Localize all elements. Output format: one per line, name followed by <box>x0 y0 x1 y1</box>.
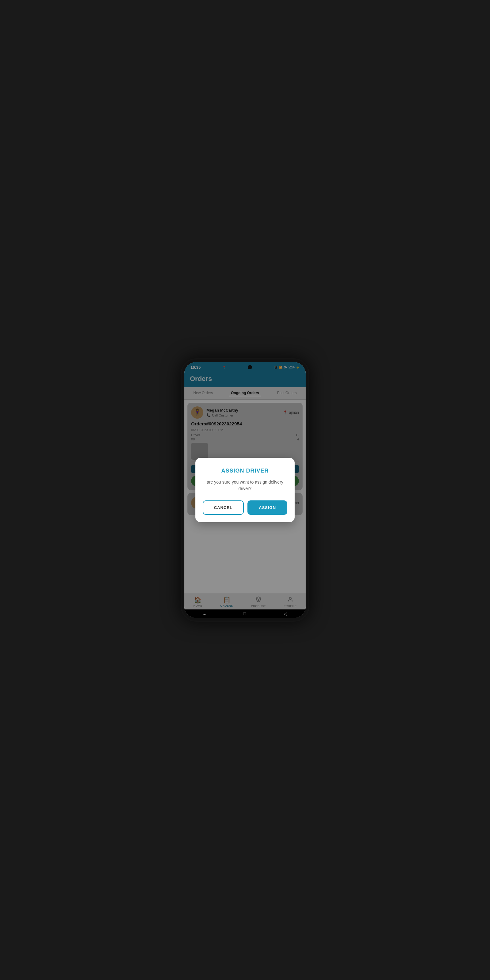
modal-cancel-button[interactable]: CANCEL <box>203 500 244 515</box>
modal-overlay[interactable]: ASSIGN DRIVER are you sure you want to a… <box>185 362 305 618</box>
assign-driver-dialog: ASSIGN DRIVER are you sure you want to a… <box>196 458 295 522</box>
modal-buttons: CANCEL ASSIGN <box>203 500 288 515</box>
modal-title: ASSIGN DRIVER <box>203 468 288 474</box>
modal-message: are you sure you want to assign delivery… <box>203 479 288 492</box>
phone-screen: 16:35 📍 📳 📶 📡 22% ⚡ Orders New Orders On… <box>185 362 305 618</box>
modal-assign-button[interactable]: ASSIGN <box>247 500 287 515</box>
phone-frame: 16:35 📍 📳 📶 📡 22% ⚡ Orders New Orders On… <box>181 358 309 622</box>
